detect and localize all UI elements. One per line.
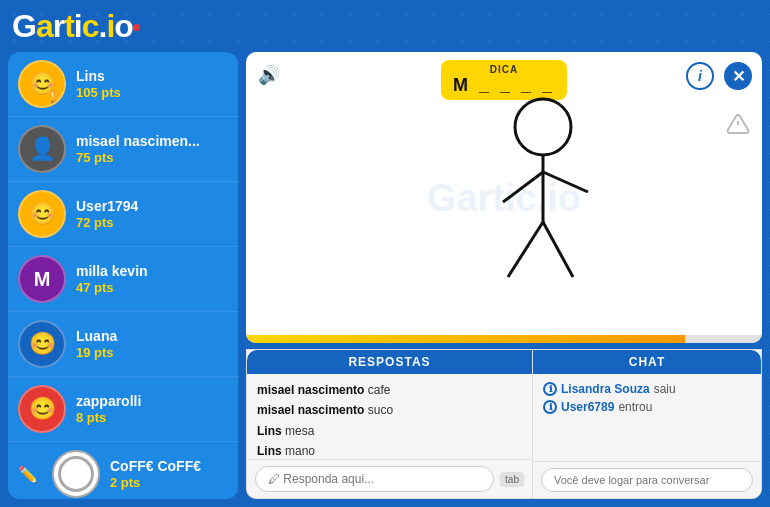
respostas-panel: RESPOSTAS misael nascimento cafe misael …	[246, 349, 532, 499]
logo: Gartic.io	[12, 8, 141, 45]
svg-line-5	[543, 172, 588, 192]
avatar-emoji: 😊	[29, 331, 56, 357]
chat-header: CHAT	[533, 350, 761, 374]
player-name: milla kevin	[76, 263, 228, 280]
players-panel: 😊 🏆 Lins 105 pts 👤 misael nascimen... 75…	[8, 52, 238, 499]
player-item: 😊 User1794 72 pts	[8, 182, 238, 247]
progress-bar	[246, 335, 762, 343]
chat-input-row[interactable]	[533, 461, 761, 498]
trophy-icon: 🏆	[47, 90, 62, 104]
player-name: Luana	[76, 328, 228, 345]
player-item: 👤 misael nascimen... 75 pts	[8, 117, 238, 182]
app-header: Gartic.io	[0, 0, 770, 52]
chat-content: ℹ Lisandra Souza saiu ℹ User6789 entrou	[533, 374, 761, 461]
player-pts: 2 pts	[110, 475, 228, 490]
list-item: ℹ User6789 entrou	[543, 400, 751, 414]
player-pts: 19 pts	[76, 345, 228, 360]
svg-point-2	[515, 99, 571, 155]
volume-control[interactable]: 🔊	[258, 64, 280, 86]
right-panel: 🔊 DICA M _ _ _ _ i ✕ Gartic.i	[246, 52, 762, 499]
respostas-content: misael nascimento cafe misael nascimento…	[247, 374, 532, 459]
avatar: 😊	[18, 190, 66, 238]
player-name: zapparolli	[76, 393, 228, 410]
pencil-icon: ✏️	[18, 465, 38, 484]
hint-label: DICA	[453, 64, 555, 75]
player-name: CoFF€ CoFF€	[110, 458, 228, 475]
player-name: User1794	[76, 198, 228, 215]
chat-username: Lisandra Souza	[561, 382, 650, 396]
progress-fill	[246, 335, 685, 343]
avatar: 😊	[18, 320, 66, 368]
player-item: 😊 🏆 Lins 105 pts	[8, 52, 238, 117]
bottom-panels: RESPOSTAS misael nascimento cafe misael …	[246, 349, 762, 499]
chat-action: entrou	[618, 400, 652, 414]
respostas-header: RESPOSTAS	[247, 350, 532, 374]
avatar-letter: M	[34, 268, 51, 291]
player-item: 😊 Luana 19 pts	[8, 312, 238, 377]
warning-icon[interactable]	[726, 112, 750, 140]
player-item: M milla kevin 47 pts	[8, 247, 238, 312]
svg-line-6	[508, 222, 543, 277]
tab-badge: tab	[500, 472, 524, 487]
chat-panel: CHAT ℹ Lisandra Souza saiu ℹ User6789 en…	[532, 349, 762, 499]
avatar: 😊 🏆	[18, 60, 66, 108]
player-name: Lins	[76, 68, 228, 85]
list-item: misael nascimento cafe	[257, 380, 522, 400]
player-pts: 75 pts	[76, 150, 228, 165]
avatar-emoji: 😊	[29, 396, 56, 422]
list-item: Lins mano	[257, 441, 522, 459]
chat-input[interactable]	[541, 468, 753, 492]
avatar: 👤	[18, 125, 66, 173]
chat-username: User6789	[561, 400, 614, 414]
answer-input[interactable]	[255, 466, 494, 492]
player-pts: 72 pts	[76, 215, 228, 230]
player-pts: 47 pts	[76, 280, 228, 295]
list-item: ℹ Lisandra Souza saiu	[543, 382, 751, 396]
player-item: 😊 zapparolli 8 pts	[8, 377, 238, 442]
info-icon: ℹ	[543, 382, 557, 396]
main-layout: 😊 🏆 Lins 105 pts 👤 misael nascimen... 75…	[0, 52, 770, 507]
avatar	[52, 450, 100, 498]
drawing-svg	[478, 92, 608, 312]
list-item: misael nascimento suco	[257, 400, 522, 420]
info-button[interactable]: i	[686, 62, 714, 90]
close-button[interactable]: ✕	[724, 62, 752, 90]
player-item: ✏️ CoFF€ CoFF€ 2 pts	[8, 442, 238, 499]
svg-line-7	[543, 222, 573, 277]
drawing-controls: i ✕	[686, 62, 752, 90]
info-icon: ℹ	[543, 400, 557, 414]
avatar: 😊	[18, 385, 66, 433]
volume-icon[interactable]: 🔊	[258, 65, 280, 85]
avatar-circle	[58, 456, 94, 492]
avatar-emoji: 😊	[29, 201, 56, 227]
chat-action: saiu	[654, 382, 676, 396]
player-name: misael nascimen...	[76, 133, 228, 150]
drawing-canvas: 🔊 DICA M _ _ _ _ i ✕ Gartic.i	[246, 52, 762, 343]
respostas-input-row[interactable]: tab	[247, 459, 532, 498]
avatar: M	[18, 255, 66, 303]
player-pts: 8 pts	[76, 410, 228, 425]
list-item: Lins mesa	[257, 421, 522, 441]
avatar-emoji: 👤	[29, 136, 56, 162]
player-pts: 105 pts	[76, 85, 228, 100]
svg-line-4	[503, 172, 543, 202]
